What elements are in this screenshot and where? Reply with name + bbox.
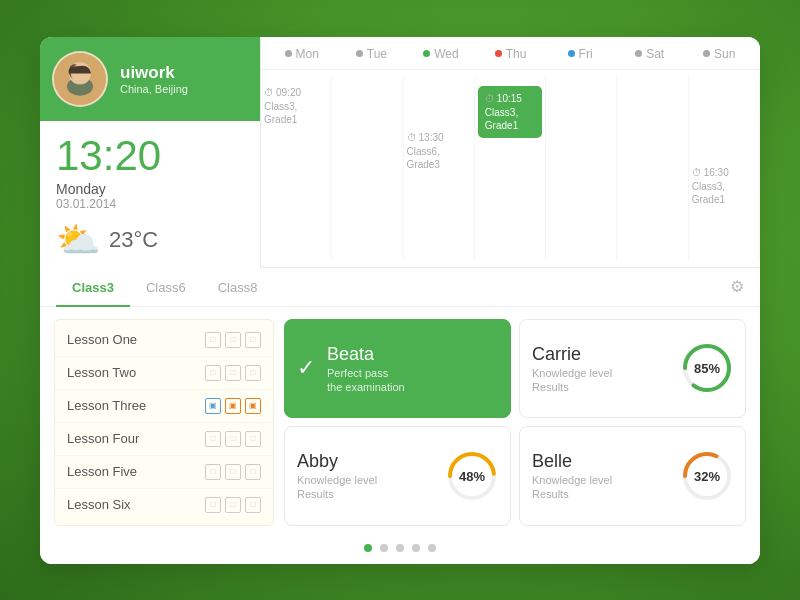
lesson-icons: □□□ [205,365,261,381]
day-dot [703,50,710,57]
pagination-dot[interactable] [412,544,420,552]
weather-row: ⛅ 23°C [56,219,244,261]
lesson-icon-box: □ [205,431,221,447]
profile-location: China, Beijing [120,83,188,95]
tabs-row: Class3Class6Class8⚙ [40,268,760,307]
student-cards: ✓BeataPerfect passthe examinationCarrieK… [284,319,746,526]
lesson-name: Lesson Two [67,365,205,380]
lesson-icon-box: □ [205,365,221,381]
check-icon: ✓ [297,355,315,381]
lesson-icons: □□□ [205,332,261,348]
tab-class6[interactable]: Class6 [130,268,202,307]
lesson-row: Lesson Three▣▣▣ [55,390,273,423]
schedule-panel: MonTueWedThuFriSatSun ⏱ 09:20Class3, Gra… [260,37,760,267]
pagination-dot[interactable] [364,544,372,552]
lesson-name: Lesson Four [67,431,205,446]
schedule-header: MonTueWedThuFriSatSun [261,37,760,70]
circle-progress: 48% [446,450,498,502]
sched-col-0: ⏱ 09:20Class3, Grade1 [261,76,332,261]
lesson-icons: □□□ [205,431,261,447]
student-sub1: Knowledge level [297,474,438,486]
student-card: ✓BeataPerfect passthe examination [284,319,511,419]
lesson-list: Lesson One□□□Lesson Two□□□Lesson Three▣▣… [54,319,274,526]
student-name: Beata [327,344,498,365]
weather-panel: 13:20 Monday 03.01.2014 ⛅ 23°C [40,121,260,275]
settings-icon[interactable]: ⚙ [730,277,744,296]
sched-col-4 [546,76,617,261]
lesson-icon-box: ▣ [225,398,241,414]
day-label: Sat [646,47,664,61]
day-col-wed: Wed [406,47,476,61]
circle-progress: 32% [681,450,733,502]
student-sub2: Results [532,488,673,500]
pagination-dot[interactable] [396,544,404,552]
time-display: 13:20 [56,135,244,177]
lesson-row: Lesson Two□□□ [55,357,273,390]
student-card-info: BeataPerfect passthe examination [327,344,498,393]
avatar [52,51,108,107]
sched-col-5 [617,76,688,261]
day-label: Sun [714,47,735,61]
lesson-icon-box: □ [205,464,221,480]
student-sub1: Perfect pass [327,367,498,379]
day-col-mon: Mon [267,47,337,61]
day-display: Monday [56,181,244,197]
profile-header: uiwork China, Beijing [40,37,260,121]
lesson-icon-box: □ [225,464,241,480]
profile-info: uiwork China, Beijing [120,63,188,95]
schedule-event: ⏱ 13:30Class6, Grade3 [407,131,471,171]
lesson-icons: □□□ [205,464,261,480]
lesson-icons: ▣▣▣ [205,398,261,414]
student-card: AbbyKnowledge levelResults 48% [284,426,511,526]
lesson-icon-box: □ [225,497,241,513]
day-col-sun: Sun [684,47,754,61]
lesson-icon-box: □ [245,497,261,513]
lesson-icon-box: □ [245,365,261,381]
pagination-dot[interactable] [380,544,388,552]
student-name: Belle [532,451,673,472]
day-dot [495,50,502,57]
day-label: Wed [434,47,458,61]
schedule-event: ⏱ 16:30Class3, Grade1 [692,166,756,206]
lesson-name: Lesson Three [67,398,205,413]
bottom-section: Class3Class6Class8⚙ Lesson One□□□Lesson … [40,267,760,564]
student-sub2: Results [532,381,673,393]
content-row: Lesson One□□□Lesson Two□□□Lesson Three▣▣… [40,307,760,536]
day-dot [285,50,292,57]
lesson-icon-box: ▣ [205,398,221,414]
student-sub2: the examination [327,381,498,393]
day-dot [568,50,575,57]
lesson-icon-box: ▣ [245,398,261,414]
pagination-dot[interactable] [428,544,436,552]
temp-display: 23°C [109,227,158,253]
schedule-body: ⏱ 09:20Class3, Grade1⏱ 13:30Class6, Grad… [261,70,760,267]
lesson-icons: □□□ [205,497,261,513]
lesson-icon-box: □ [205,497,221,513]
lesson-icon-box: □ [245,464,261,480]
day-dot [635,50,642,57]
student-card-info: CarrieKnowledge levelResults [532,344,673,393]
profile-panel: uiwork China, Beijing 13:20 Monday 03.01… [40,37,260,267]
date-display: 03.01.2014 [56,197,244,211]
lesson-icon-box: □ [245,431,261,447]
tab-class3[interactable]: Class3 [56,268,130,307]
day-label: Thu [506,47,527,61]
lesson-row: Lesson Four□□□ [55,423,273,456]
lesson-row: Lesson One□□□ [55,324,273,357]
lesson-name: Lesson Six [67,497,205,512]
sched-col-6: ⏱ 16:30Class3, Grade1 [689,76,760,261]
schedule-event: ⏱ 10:15Class3, Grade1 [478,86,542,138]
weather-icon: ⛅ [56,219,101,261]
pagination [40,536,760,564]
tab-class8[interactable]: Class8 [202,268,274,307]
lesson-name: Lesson One [67,332,205,347]
schedule-event: ⏱ 09:20Class3, Grade1 [264,86,328,126]
student-name: Carrie [532,344,673,365]
lesson-icon-box: □ [225,332,241,348]
student-name: Abby [297,451,438,472]
day-col-sat: Sat [615,47,685,61]
day-col-tue: Tue [337,47,407,61]
student-sub1: Knowledge level [532,474,673,486]
student-card: BelleKnowledge levelResults 32% [519,426,746,526]
student-card-info: BelleKnowledge levelResults [532,451,673,500]
